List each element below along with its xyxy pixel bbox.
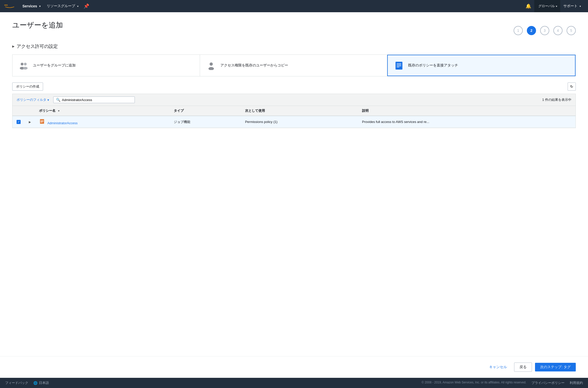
navbar-services[interactable]: Services ▾ xyxy=(19,0,44,12)
policy-name-sort-icon[interactable]: ▼ xyxy=(58,109,60,112)
filter-search-box[interactable]: 🔍 xyxy=(53,96,135,103)
section-title: ▶ アクセス許可の設定 xyxy=(12,43,576,49)
global-chevron-icon: ▾ xyxy=(556,5,557,8)
step-2: 2 xyxy=(527,26,536,35)
step-1: 1 xyxy=(514,26,523,35)
row-expand-icon[interactable]: ▶ xyxy=(29,120,31,123)
svg-rect-15 xyxy=(41,122,43,122)
svg-point-6 xyxy=(208,67,214,70)
navbar-right: 🔔 グローバル ▾ サポート ▾ xyxy=(523,0,584,12)
filter-table-wrapper: ポリシーのフィルタ ▾ 🔍 1 件の結果を表示中 ポリシー名 ▼ タイプ xyxy=(12,94,576,128)
table-header-type: タイプ xyxy=(170,106,241,116)
navbar-support[interactable]: サポート ▾ xyxy=(560,0,584,12)
svg-text:aws: aws xyxy=(4,4,8,6)
filter-dropdown-chevron-icon: ▾ xyxy=(47,98,49,102)
svg-rect-11 xyxy=(397,67,399,67)
notification-bell-icon[interactable]: 🔔 xyxy=(523,3,534,9)
svg-rect-8 xyxy=(397,63,401,64)
svg-point-4 xyxy=(23,67,28,70)
svg-rect-9 xyxy=(397,64,401,65)
section-arrow-icon: ▶ xyxy=(12,45,15,48)
permission-card-copy-label: アクセス権限を既存のユーザーからコピー xyxy=(220,63,288,68)
table-header-description: 説明 xyxy=(358,106,576,116)
search-input[interactable] xyxy=(62,98,132,102)
policy-type-icon xyxy=(39,119,45,125)
bottom-bar: フィードバック 🌐 日本語 © 2008 - 2019, Amazon Web … xyxy=(0,378,588,388)
row-checkbox-checked[interactable]: ✓ xyxy=(17,120,21,124)
svg-point-1 xyxy=(21,63,23,65)
aws-logo[interactable]: aws xyxy=(4,3,15,10)
row-checkbox-cell[interactable]: ✓ xyxy=(12,116,25,128)
step-5: 5 xyxy=(567,26,576,35)
navbar-resource-groups[interactable]: リソースグループ ▾ xyxy=(44,0,82,12)
step-3: 3 xyxy=(540,26,549,35)
navbar: aws Services ▾ リソースグループ ▾ 📌 🔔 グローバル ▾ サポ… xyxy=(0,0,588,12)
language-selector[interactable]: 🌐 日本語 xyxy=(33,381,49,385)
refresh-icon: ↻ xyxy=(570,85,573,89)
permission-card-policy-label: 既存のポリシーを直接アタッチ xyxy=(408,63,458,68)
table-row: ✓ ▶ Admi xyxy=(12,116,576,128)
resource-groups-chevron-icon: ▾ xyxy=(77,5,78,8)
svg-rect-13 xyxy=(41,120,44,121)
table-header-checkbox xyxy=(12,106,25,116)
navbar-pin-icon[interactable]: 📌 xyxy=(82,3,91,9)
permission-card-group[interactable]: ユーザーをグループに追加 xyxy=(12,55,200,76)
next-button[interactable]: 次のステップ: タグ xyxy=(535,363,576,371)
copyright-text: © 2008 - 2019, Amazon Web Services, Inc.… xyxy=(422,381,526,385)
cancel-button[interactable]: キャンセル xyxy=(485,363,511,371)
policy-name-link[interactable]: AdministratorAccess xyxy=(47,121,77,125)
svg-rect-10 xyxy=(397,66,401,66)
svg-rect-14 xyxy=(41,121,44,122)
page-title: ユーザーを追加 xyxy=(12,20,576,30)
policy-document-icon xyxy=(394,60,404,71)
account-menu[interactable]: グローバル ▾ xyxy=(534,0,560,12)
permission-card-group-label: ユーザーをグループに追加 xyxy=(33,63,76,68)
refresh-button[interactable]: ↻ xyxy=(568,82,576,91)
privacy-policy-link[interactable]: プライバシーポリシー xyxy=(531,381,565,385)
permission-card-policy[interactable]: 既存のポリシーを直接アタッチ xyxy=(387,55,576,76)
row-type-cell: ジョブ機能 xyxy=(170,116,241,128)
support-chevron-icon: ▾ xyxy=(580,5,581,8)
policy-table: ポリシー名 ▼ タイプ 次として使用 説明 ✓ ▶ xyxy=(12,106,576,128)
svg-point-2 xyxy=(24,63,27,65)
svg-point-5 xyxy=(209,62,213,66)
feedback-link[interactable]: フィードバック xyxy=(5,381,28,385)
table-header-policy-name: ポリシー名 ▼ xyxy=(35,106,170,116)
footer-actions: キャンセル 戻る 次のステップ: タグ xyxy=(0,356,588,378)
table-header-expand xyxy=(25,106,35,116)
table-header-usage: 次として使用 xyxy=(241,106,358,116)
copy-user-icon xyxy=(206,60,216,71)
permission-cards: ユーザーをグループに追加 アクセス権限を既存のユーザーからコピー xyxy=(12,54,576,76)
globe-icon: 🌐 xyxy=(33,381,37,385)
services-chevron-icon: ▾ xyxy=(39,5,41,8)
bottom-bar-right: © 2008 - 2019, Amazon Web Services, Inc.… xyxy=(422,381,583,385)
filter-bar: ポリシーのフィルタ ▾ 🔍 1 件の結果を表示中 xyxy=(12,94,576,106)
main-content: ユーザーを追加 1 2 3 4 5 ▶ アクセス許可の設定 ユーザー xyxy=(0,12,588,356)
table-header-row: ポリシー名 ▼ タイプ 次として使用 説明 xyxy=(12,106,576,116)
users-icon xyxy=(19,60,29,71)
permission-card-copy[interactable]: アクセス権限を既存のユーザーからコピー xyxy=(200,55,387,76)
create-policy-button[interactable]: ポリシーの作成 xyxy=(12,82,43,91)
table-toolbar: ポリシーの作成 ↻ xyxy=(12,82,576,91)
search-icon: 🔍 xyxy=(56,98,60,102)
back-button[interactable]: 戻る xyxy=(514,363,532,372)
policy-filter-dropdown[interactable]: ポリシーのフィルタ ▾ xyxy=(17,98,49,102)
row-usage-cell: Permissions policy (1) xyxy=(241,116,358,128)
row-description-cell: Provides full access to AWS services and… xyxy=(358,116,576,128)
result-count: 1 件の結果を表示中 xyxy=(542,98,571,102)
step-indicator: 1 2 3 4 5 xyxy=(514,26,576,35)
step-4: 4 xyxy=(553,26,563,35)
terms-link[interactable]: 利用規約 xyxy=(570,381,583,385)
row-policy-name-cell: AdministratorAccess xyxy=(35,116,170,128)
row-expand-cell[interactable]: ▶ xyxy=(25,116,35,128)
